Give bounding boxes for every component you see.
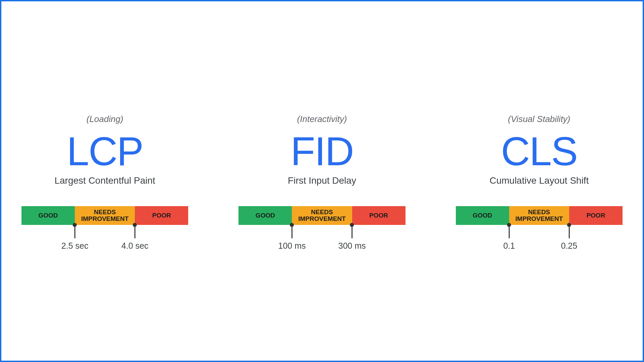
tick-dot-icon bbox=[350, 223, 354, 227]
metric-abbrev: FID bbox=[290, 131, 353, 171]
tick-dot-icon bbox=[567, 223, 571, 227]
threshold-bar: GOOD NEEDS IMPROVEMENT POOR bbox=[238, 206, 405, 225]
segment-needs-line1: NEEDS bbox=[528, 209, 550, 216]
segment-needs-line1: NEEDS bbox=[311, 209, 333, 216]
tick-line-icon bbox=[508, 227, 509, 238]
tick-dot-icon bbox=[133, 223, 137, 227]
metric-abbrev: LCP bbox=[67, 131, 143, 171]
segment-needs-improvement: NEEDS IMPROVEMENT bbox=[75, 206, 135, 225]
segment-needs-line2: IMPROVEMENT bbox=[81, 216, 128, 222]
metrics-row: (Loading) LCP Largest Contentful Paint G… bbox=[1, 114, 643, 248]
segment-needs-improvement: NEEDS IMPROVEMENT bbox=[292, 206, 352, 225]
threshold-tick-poor: 0.25 bbox=[561, 225, 577, 251]
metric-fullname: Cumulative Layout Shift bbox=[489, 175, 589, 186]
tick-dot-icon bbox=[507, 223, 511, 227]
tick-dot-icon bbox=[290, 223, 294, 227]
metric-category: (Visual Stability) bbox=[508, 114, 570, 124]
segment-poor: POOR bbox=[352, 206, 406, 225]
metric-fid: (Interactivity) FID First Input Delay GO… bbox=[238, 114, 405, 248]
segment-poor: POOR bbox=[135, 206, 188, 225]
segment-poor: POOR bbox=[569, 206, 623, 225]
metric-lcp: (Loading) LCP Largest Contentful Paint G… bbox=[21, 114, 188, 248]
threshold-poor-label: 0.25 bbox=[561, 241, 577, 251]
segment-needs-improvement: NEEDS IMPROVEMENT bbox=[509, 206, 569, 225]
tick-line-icon bbox=[74, 227, 75, 238]
threshold-ticks: 100 ms 300 ms bbox=[238, 225, 405, 248]
threshold-good-label: 0.1 bbox=[503, 241, 515, 251]
threshold-tick-good: 100 ms bbox=[278, 225, 306, 251]
threshold-tick-poor: 300 ms bbox=[338, 225, 366, 251]
metric-fullname: Largest Contentful Paint bbox=[54, 175, 155, 186]
threshold-tick-good: 2.5 sec bbox=[61, 225, 89, 251]
threshold-bar-wrap: GOOD NEEDS IMPROVEMENT POOR 100 ms bbox=[238, 206, 405, 248]
segment-good: GOOD bbox=[238, 206, 292, 225]
segment-needs-line2: IMPROVEMENT bbox=[516, 216, 563, 222]
threshold-bar-wrap: GOOD NEEDS IMPROVEMENT POOR 2.5 sec bbox=[21, 206, 188, 248]
metric-category: (Interactivity) bbox=[297, 114, 347, 124]
tick-line-icon bbox=[352, 227, 353, 238]
metric-cls: (Visual Stability) CLS Cumulative Layout… bbox=[456, 114, 623, 248]
threshold-ticks: 0.1 0.25 bbox=[456, 225, 623, 248]
threshold-bar: GOOD NEEDS IMPROVEMENT POOR bbox=[21, 206, 188, 225]
threshold-bar-wrap: GOOD NEEDS IMPROVEMENT POOR 0.1 bbox=[456, 206, 623, 248]
threshold-tick-poor: 4.0 sec bbox=[121, 225, 149, 251]
threshold-good-label: 100 ms bbox=[278, 241, 306, 251]
tick-line-icon bbox=[569, 227, 570, 238]
tick-line-icon bbox=[291, 227, 292, 238]
threshold-tick-good: 0.1 bbox=[503, 225, 515, 251]
segment-good: GOOD bbox=[21, 206, 75, 225]
tick-dot-icon bbox=[73, 223, 77, 227]
metric-abbrev: CLS bbox=[501, 131, 577, 171]
metric-fullname: First Input Delay bbox=[288, 175, 356, 186]
segment-needs-line2: IMPROVEMENT bbox=[298, 216, 345, 222]
metric-category: (Loading) bbox=[87, 114, 123, 124]
threshold-ticks: 2.5 sec 4.0 sec bbox=[21, 225, 188, 248]
segment-needs-line1: NEEDS bbox=[94, 209, 116, 216]
diagram-frame: (Loading) LCP Largest Contentful Paint G… bbox=[0, 0, 644, 362]
threshold-poor-label: 4.0 sec bbox=[121, 241, 149, 251]
threshold-poor-label: 300 ms bbox=[338, 241, 366, 251]
threshold-bar: GOOD NEEDS IMPROVEMENT POOR bbox=[456, 206, 623, 225]
segment-good: GOOD bbox=[456, 206, 509, 225]
threshold-good-label: 2.5 sec bbox=[61, 241, 89, 251]
tick-line-icon bbox=[135, 227, 136, 238]
